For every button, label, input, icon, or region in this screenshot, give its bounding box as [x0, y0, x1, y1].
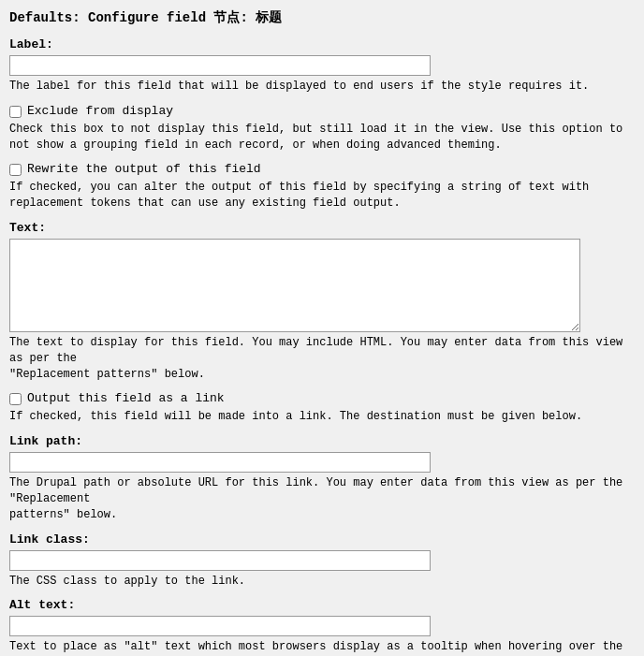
exclude-display-checkbox[interactable] [9, 106, 22, 118]
text-field-desc-line2: "Replacement patterns" below. [9, 368, 205, 381]
rewrite-output-row: Rewrite the output of this field [9, 162, 635, 176]
output-as-link-label: Output this field as a link [27, 391, 225, 405]
text-field-description: The text to display for this field. You … [9, 335, 635, 382]
link-class-input[interactable] [9, 550, 431, 571]
page-container: Defaults: Configure field 节点: 标题 Label: … [9, 9, 635, 656]
exclude-display-description: Check this box to not display this field… [9, 122, 635, 153]
link-path-input[interactable] [9, 452, 431, 473]
text-textarea[interactable] [9, 239, 580, 332]
output-as-link-checkbox[interactable] [9, 393, 22, 405]
rewrite-output-label: Rewrite the output of this field [27, 162, 261, 176]
output-as-link-section: Output this field as a link If checked, … [9, 391, 635, 425]
label-field-description: The label for this field that will be di… [9, 79, 635, 95]
link-path-description: The Drupal path or absolute URL for this… [9, 475, 635, 522]
link-path-label: Link path: [9, 434, 635, 448]
label-section: Label: The label for this field that wil… [9, 37, 635, 95]
text-field-desc-line1: The text to display for this field. You … [9, 336, 622, 365]
label-field-label: Label: [9, 37, 635, 51]
rewrite-output-description: If checked, you can alter the output of … [9, 180, 635, 211]
output-as-link-description: If checked, this field will be made into… [9, 409, 635, 425]
alt-text-input[interactable] [9, 616, 431, 636]
page-title: Defaults: Configure field 节点: 标题 [9, 9, 635, 26]
link-class-label: Link class: [9, 532, 635, 547]
rewrite-output-checkbox[interactable] [9, 164, 22, 176]
label-input[interactable] [9, 55, 431, 76]
text-field-section: Text: The text to display for this field… [9, 221, 635, 382]
link-path-desc-line2: patterns" below. [9, 508, 117, 521]
alt-text-label: Alt text: [9, 598, 635, 612]
alt-text-section: Alt text: Text to place as "alt" text wh… [9, 598, 635, 656]
rewrite-output-section: Rewrite the output of this field If chec… [9, 162, 635, 211]
link-path-desc-line1: The Drupal path or absolute URL for this… [9, 476, 622, 505]
exclude-display-section: Exclude from display Check this box to n… [9, 104, 635, 153]
exclude-display-label: Exclude from display [27, 104, 173, 118]
link-class-section: Link class: The CSS class to apply to th… [9, 532, 635, 590]
alt-text-description: Text to place as "alt" text which most b… [9, 639, 635, 656]
output-as-link-row: Output this field as a link [9, 391, 635, 405]
text-field-label: Text: [9, 221, 635, 235]
link-path-section: Link path: The Drupal path or absolute U… [9, 434, 635, 522]
exclude-display-row: Exclude from display [9, 104, 635, 118]
link-class-description: The CSS class to apply to the link. [9, 574, 635, 590]
